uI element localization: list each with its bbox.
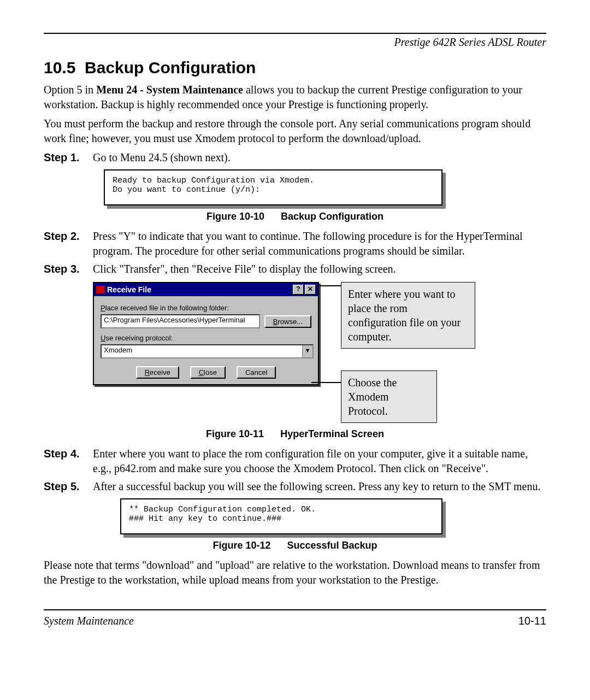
receive-button[interactable]: Receive: [136, 366, 179, 379]
browse-button[interactable]: Browse...: [264, 315, 311, 328]
step-label: Step 3.: [44, 262, 93, 277]
dialog-titlebar[interactable]: Receive File ? ✕: [94, 283, 318, 296]
callout-folder: Enter where you want to place the rom co…: [341, 282, 475, 349]
callout-protocol: Choose the Xmodem Protocol.: [341, 370, 437, 423]
intro-frag-a: Option 5 in: [44, 84, 96, 96]
section-number: 10.5: [44, 58, 75, 77]
running-header: Prestige 642R Series ADSL Router: [44, 36, 546, 49]
figure-number: Figure 10-10: [206, 211, 264, 222]
step-body: Enter where you want to place the rom co…: [93, 446, 546, 476]
figure-caption-12: Figure 10-12Successful Backup: [44, 540, 546, 551]
help-button[interactable]: ?: [293, 285, 304, 295]
dialog-title-text: Receive File: [107, 285, 292, 294]
console-box: ** Backup Configuration completed. OK. #…: [120, 498, 442, 534]
folder-path-input[interactable]: C:\Program Files\Accessories\HyperTermin…: [101, 314, 260, 328]
console-figure-2: ** Backup Configuration completed. OK. #…: [120, 498, 442, 534]
step-body: Press "Y" to indicate that you want to c…: [93, 229, 546, 258]
step-label: Step 1.: [44, 150, 93, 165]
figure-caption-11: Figure 10-11HyperTerminal Screen: [44, 428, 546, 440]
chevron-down-icon[interactable]: ▼: [302, 345, 312, 357]
section-title: Backup Configuration: [85, 58, 256, 77]
footer: System Maintenance 10-11: [44, 609, 546, 627]
close-button[interactable]: Close: [190, 366, 226, 379]
leader-line: [311, 382, 341, 383]
step-body: After a successful backup you will see t…: [93, 479, 546, 494]
folder-label: Place received file in the following fol…: [101, 304, 311, 312]
step-1: Step 1. Go to Menu 24.5 (shown next).: [44, 150, 546, 165]
step-label: Step 2.: [44, 229, 93, 244]
intro-paragraph-1: Option 5 in Menu 24 - System Maintenance…: [44, 83, 546, 112]
step-5: Step 5. After a successful backup you wi…: [44, 479, 546, 494]
figure-number: Figure 10-11: [206, 428, 264, 439]
step-label: Step 4.: [44, 446, 93, 461]
console-line: ** Backup Configuration completed. OK.: [129, 505, 316, 514]
console-figure-1: Ready to backup Configuration via Xmodem…: [104, 169, 442, 205]
intro-paragraph-2: You must perform the backup and restore …: [44, 116, 546, 146]
protocol-value: Xmodem: [102, 345, 302, 357]
folder-label-text: lace received file in the following fold…: [105, 304, 229, 312]
console-line: ### Hit any key to continue.###: [129, 514, 281, 523]
hyperterminal-figure: Receive File ? ✕ Place received file in …: [93, 282, 546, 423]
document-page: Prestige 642R Series ADSL Router 10.5 Ba…: [0, 0, 590, 700]
protocol-select[interactable]: Xmodem ▼: [101, 344, 314, 358]
figure-number: Figure 10-12: [213, 540, 270, 551]
close-icon[interactable]: ✕: [305, 285, 316, 295]
protocol-label: Use receiving protocol:: [101, 334, 311, 342]
console-line: Ready to backup Configuration via Xmodem…: [113, 176, 314, 185]
closing-note: Please note that terms "download" and "u…: [44, 558, 546, 587]
footer-left: System Maintenance: [44, 615, 134, 627]
section-heading: 10.5 Backup Configuration: [44, 58, 546, 77]
top-rule: [44, 33, 546, 34]
step-2: Step 2. Press "Y" to indicate that you w…: [44, 229, 546, 258]
receive-file-dialog: Receive File ? ✕ Place received file in …: [93, 282, 319, 385]
console-box: Ready to backup Configuration via Xmodem…: [104, 169, 442, 205]
cancel-button[interactable]: Cancel: [237, 366, 276, 379]
dialog-body: Place received file in the following fol…: [94, 296, 318, 384]
figure-title: HyperTerminal Screen: [280, 428, 384, 439]
console-line: Do you want to continue (y/n):: [113, 185, 260, 195]
step-body: Go to Menu 24.5 (shown next).: [93, 150, 546, 165]
figure-caption-10: Figure 10-10Backup Configuration: [44, 211, 546, 222]
step-label: Step 5.: [44, 479, 93, 494]
step-3: Step 3. Click "Transfer", then "Receive …: [44, 262, 546, 277]
figure-title: Backup Configuration: [281, 211, 384, 222]
menu-strong: Menu 24 - System Maintenance: [96, 84, 243, 96]
step-4: Step 4. Enter where you want to place th…: [44, 446, 546, 476]
leader-line: [320, 285, 341, 286]
callout-text: Enter where you want to place the rom co…: [348, 288, 461, 343]
step-body: Click "Transfer", then "Receive File" to…: [93, 262, 546, 277]
footer-right: 10-11: [518, 615, 546, 627]
figure-title: Successful Backup: [287, 540, 377, 551]
callout-text: Choose the Xmodem Protocol.: [348, 377, 397, 417]
callout-column: Enter where you want to place the rom co…: [341, 282, 475, 423]
app-icon: [96, 286, 105, 293]
